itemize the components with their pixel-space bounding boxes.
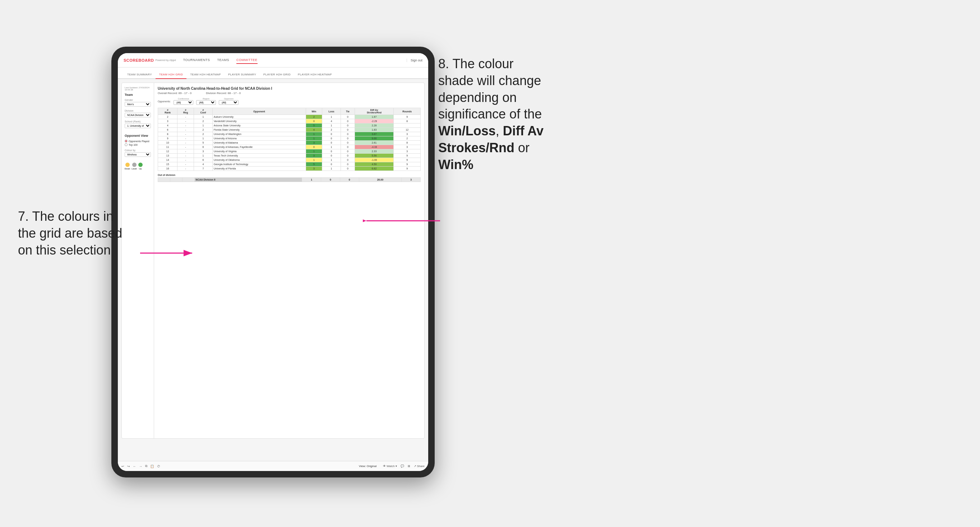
- region-filter-label: Region: [196, 98, 216, 100]
- team-section-title: Team: [125, 93, 151, 97]
- annotation-left-number: 7.: [18, 209, 29, 224]
- paste-icon[interactable]: 📋: [150, 465, 154, 468]
- nav-tournaments[interactable]: TOURNAMENTS: [183, 57, 210, 64]
- report-subtitle: Overall Record: 89 - 17 - 0 Division Rec…: [158, 92, 421, 95]
- tab-team-h2h-grid[interactable]: TEAM H2H GRID: [156, 71, 187, 79]
- division-select[interactable]: NCAA Division I: [125, 113, 151, 117]
- bottom-toolbar: ↩ ↪ ← → ⧉ 📋 ⏱ View: Original 👁 Watch ▾ 💬…: [118, 461, 428, 471]
- ood-rounds: 3: [402, 178, 421, 182]
- legend-down: Down: [125, 163, 130, 170]
- ood-label: NCAA Division II: [194, 178, 302, 182]
- opponent-view-title: Opponent View: [125, 134, 151, 138]
- col-diff: Diff AvStrokes/Rnd: [355, 108, 394, 115]
- watch-button[interactable]: 👁 Watch ▾: [383, 465, 396, 468]
- present-button[interactable]: ⊞: [408, 465, 410, 468]
- tab-player-summary[interactable]: PLAYER SUMMARY: [224, 71, 260, 78]
- division-label: Division: [125, 110, 151, 112]
- col-win: Win: [306, 108, 322, 115]
- table-row: 16-7University of Florida3106.629: [158, 167, 421, 171]
- left-sidebar: Last Updated: 27/03/2024 16:55:38 Team G…: [122, 83, 154, 438]
- nav-links: TOURNAMENTS TEAMS COMMITTEE: [183, 57, 407, 64]
- main-content: Last Updated: 27/03/2024 16:55:38 Team G…: [118, 79, 428, 461]
- school-select[interactable]: 1. University of Nort...: [125, 124, 151, 128]
- gender-label: Gender: [125, 99, 151, 101]
- legend-level: Level: [132, 163, 137, 170]
- legend-level-circle: [132, 163, 137, 167]
- opponents-filter-label: Opponents:: [158, 100, 171, 103]
- radio-top100-dot: [125, 143, 127, 146]
- conference-filter-label: Conference: [173, 98, 193, 100]
- table-row: 3-2Vanderbilt University040-2.298: [158, 119, 421, 124]
- colour-by-select[interactable]: Win/loss: [125, 152, 151, 157]
- copy-icon[interactable]: ⧉: [145, 464, 147, 468]
- school-label: School (Rank): [125, 120, 151, 123]
- timestamp: Last Updated: 27/03/2024 16:55:38: [125, 87, 151, 91]
- opponent-filter-group: Opponent (All): [219, 98, 239, 105]
- nav-committee[interactable]: COMMITTEE: [236, 57, 258, 64]
- annotation-left-text: The colours inthe grid are basedon this …: [18, 209, 122, 257]
- overall-record-label: Overall Record: 89 - 17 - 0: [158, 92, 191, 95]
- table-row: 13-1Texas Tech University3005.569: [158, 154, 421, 158]
- tablet-frame: SCOREBOARD Powered by clippd TOURNAMENTS…: [111, 47, 435, 478]
- tab-player-h2h-grid[interactable]: PLAYER H2H GRID: [260, 71, 294, 78]
- radio-group-opponent-view: Opponents Played Top 100: [125, 140, 151, 146]
- report-title: University of North Carolina Head-to-Hea…: [158, 87, 421, 90]
- col-opponent: Opponent: [212, 108, 306, 115]
- tab-team-h2h-heatmap[interactable]: TEAM H2H HEATMAP: [186, 71, 224, 78]
- radio-top100[interactable]: Top 100: [125, 143, 151, 146]
- conference-filter-select[interactable]: (All): [173, 100, 193, 105]
- filter-row: Opponents: Conference (All) Region (All): [158, 98, 421, 105]
- table-row: 6-2Florida State University4201.8312: [158, 128, 421, 132]
- col-tie: Tie: [341, 108, 355, 115]
- col-rank: #Rank: [158, 108, 177, 115]
- app-logo: SCOREBOARD: [124, 58, 154, 62]
- view-label: View: Original: [359, 465, 377, 468]
- table-row: 12-3University of Virginia1002.333: [158, 149, 421, 154]
- annotation-right-number: 8.: [438, 56, 452, 71]
- annotation-left: 7. The colours inthe grid are basedon th…: [18, 208, 122, 259]
- table-row: 8-2University of Washington1003.673: [158, 132, 421, 137]
- app-logo-sub: Powered by clippd: [155, 59, 176, 61]
- forward-icon[interactable]: →: [139, 465, 142, 468]
- region-filter-select[interactable]: (All): [196, 100, 216, 105]
- conference-filter-group: Conference (All): [173, 98, 193, 105]
- col-reg: #Reg: [177, 108, 194, 115]
- back-icon[interactable]: ←: [133, 465, 136, 468]
- legend-up-circle: [138, 163, 143, 167]
- gender-select[interactable]: Men's: [125, 102, 151, 106]
- timer-icon[interactable]: ⏱: [157, 465, 160, 468]
- ood-loss: 0: [321, 178, 340, 182]
- table-row: 11-6University of Arkansas, Fayetteville…: [158, 145, 421, 149]
- table-row: 14-6University of Oklahoma110-1.009: [158, 158, 421, 162]
- ood-diff: 26.00: [359, 178, 402, 182]
- annotation-win-pct: Win%: [438, 157, 474, 172]
- tab-player-h2h-heatmap[interactable]: PLAYER H2H HEATMAP: [294, 71, 336, 78]
- legend: Down Level Up: [125, 163, 151, 170]
- redo-icon[interactable]: ↪: [127, 465, 130, 468]
- nav-teams[interactable]: TEAMS: [217, 57, 229, 64]
- region-filter-group: Region (All): [196, 98, 216, 105]
- col-rounds: Rounds: [394, 108, 421, 115]
- col-loss: Loss: [322, 108, 341, 115]
- ood-reg: [170, 178, 182, 182]
- undo-icon[interactable]: ↩: [121, 465, 124, 468]
- legend-up: Up: [138, 163, 143, 170]
- inner-panel: Last Updated: 27/03/2024 16:55:38 Team G…: [121, 83, 425, 439]
- opponent-filter-select[interactable]: (All): [219, 100, 239, 105]
- table-row: 10-5University of Alabama3002.618: [158, 141, 421, 145]
- sign-out-button[interactable]: Sign out: [407, 59, 422, 62]
- annotation-right: 8. The colour shade will change dependin…: [438, 56, 544, 173]
- ood-conf: [182, 178, 194, 182]
- ood-win: 1: [302, 178, 321, 182]
- out-of-division-label: Out of division: [158, 174, 421, 176]
- toolbar-view: View: Original: [359, 465, 377, 468]
- tab-team-summary[interactable]: TEAM SUMMARY: [124, 71, 156, 78]
- col-conf: #Conf: [194, 108, 212, 115]
- table-row: 15-4Georgia Institute of Technology5004.…: [158, 162, 421, 167]
- table-row: 4-1Arizona State University5102.28: [158, 124, 421, 128]
- ood-tie: 0: [340, 178, 359, 182]
- division-record-label: Division Record: 88 - 17 - 0: [206, 92, 241, 95]
- comment-button[interactable]: 💬: [401, 465, 404, 468]
- radio-opponents-played[interactable]: Opponents Played: [125, 140, 151, 143]
- share-button[interactable]: ↗ Share: [414, 465, 425, 468]
